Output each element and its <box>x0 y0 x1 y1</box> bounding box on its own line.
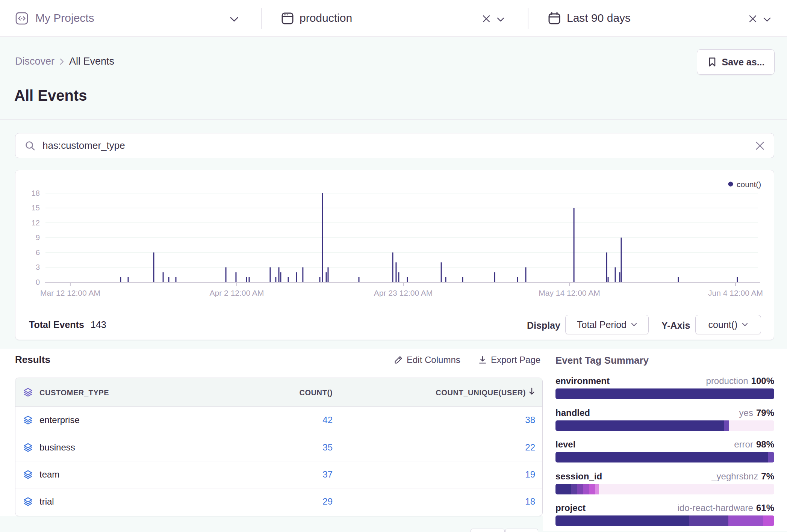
tag-group: projectido-react-hardware61% <box>555 503 774 526</box>
sort-desc-icon <box>528 387 535 396</box>
table-row: business3522 <box>15 434 542 461</box>
cell-count-unique-link[interactable]: 19 <box>525 469 535 480</box>
total-events-label: Total Events <box>29 319 84 330</box>
tag-group: session_id_yeghrsbnz7% <box>555 471 774 494</box>
chevron-right-icon <box>60 58 64 65</box>
cell-count-unique-link[interactable]: 38 <box>525 415 535 425</box>
column-count-unique[interactable]: COUNT_UNIQUE(USER) <box>436 388 535 397</box>
chevron-down-icon <box>631 323 637 326</box>
results-heading: Results <box>15 354 50 366</box>
edit-columns-label: Edit Columns <box>407 355 460 365</box>
download-icon <box>478 355 487 364</box>
events-chart-panel: 0369121518Mar 12 12:00 AMApr 2 12:00 AMA… <box>15 170 774 340</box>
chevron-down-icon <box>742 323 748 326</box>
table-row: enterprise4238 <box>15 407 542 434</box>
export-page-button[interactable]: Export Page <box>478 355 540 365</box>
events-chart[interactable]: 0369121518Mar 12 12:00 AMApr 2 12:00 AMA… <box>15 170 773 307</box>
chevron-down-icon[interactable] <box>763 17 771 23</box>
results-table-body: enterprise4238business3522team3719trial2… <box>15 407 542 515</box>
previous-page-button[interactable] <box>471 529 505 532</box>
divider <box>528 8 528 29</box>
breadcrumb: Discover All Events <box>15 56 114 67</box>
stack-icon[interactable] <box>23 387 33 399</box>
cell-customer-type: enterprise <box>39 415 80 425</box>
tag-name: level <box>555 439 575 450</box>
top-navigation-bar: My Projects production Last 90 days <box>0 0 787 37</box>
page-title: All Events <box>14 87 87 104</box>
tag-distribution-bar[interactable] <box>555 388 774 399</box>
cell-count-unique-link[interactable]: 18 <box>525 496 535 507</box>
tag-top-percent: 61% <box>756 503 774 513</box>
column-count[interactable]: COUNT() <box>299 388 333 397</box>
yaxis-label: Y-Axis <box>661 320 690 331</box>
tag-name: project <box>555 503 586 513</box>
export-page-label: Export Page <box>491 355 540 365</box>
calendar-icon <box>548 12 561 27</box>
tag-top-percent: 7% <box>761 471 774 481</box>
chart-footer: Total Events 143 Display Total Period Y-… <box>15 308 774 340</box>
tag-distribution-bar[interactable] <box>555 420 774 431</box>
clear-environment-icon[interactable] <box>482 15 490 24</box>
table-row: team3719 <box>15 461 542 488</box>
cell-count-link[interactable]: 35 <box>322 442 333 453</box>
tag-name: handled <box>555 408 590 418</box>
cell-customer-type: business <box>39 442 75 453</box>
svg-text:Apr 2 12:00 AM: Apr 2 12:00 AM <box>210 289 264 297</box>
tag-top-percent: 100% <box>751 376 774 386</box>
stack-icon <box>23 470 33 481</box>
svg-text:May 14 12:00 AM: May 14 12:00 AM <box>539 289 600 297</box>
svg-text:18: 18 <box>32 189 40 197</box>
save-as-button[interactable]: Save as... <box>697 49 775 75</box>
column-customer-type[interactable]: CUSTOMER_TYPE <box>39 388 109 397</box>
stack-icon <box>23 497 33 508</box>
search-icon <box>24 140 36 151</box>
tag-group: environmentproduction100% <box>555 376 774 399</box>
cell-count-link[interactable]: 42 <box>322 415 333 425</box>
display-value: Total Period <box>577 319 627 330</box>
tag-group: handledyes79% <box>555 408 774 431</box>
table-row: trial2918 <box>15 488 542 515</box>
breadcrumb-discover-link[interactable]: Discover <box>15 56 54 67</box>
total-events-value: 143 <box>91 319 106 330</box>
svg-text:12: 12 <box>32 219 40 227</box>
project-selector[interactable]: My Projects <box>35 12 94 24</box>
tag-distribution-bar[interactable] <box>555 452 774 462</box>
clear-date-range-icon[interactable] <box>749 15 757 24</box>
tag-group: levelerror98% <box>555 439 774 462</box>
svg-text:9: 9 <box>36 233 40 242</box>
edit-columns-button[interactable]: Edit Columns <box>394 355 460 365</box>
cell-count-unique-link[interactable]: 22 <box>525 442 535 453</box>
display-dropdown[interactable]: Total Period <box>565 315 649 334</box>
display-label: Display <box>527 320 560 331</box>
column-count-unique-label: COUNT_UNIQUE(USER) <box>436 388 526 397</box>
date-range-selector[interactable]: Last 90 days <box>567 12 631 24</box>
tag-top-percent: 79% <box>756 408 774 418</box>
svg-text:6: 6 <box>36 248 40 257</box>
tag-name: environment <box>555 376 610 386</box>
tag-distribution-bar[interactable] <box>555 484 774 494</box>
pencil-icon <box>394 355 403 364</box>
chevron-down-icon[interactable] <box>497 17 504 23</box>
tag-distribution-bar[interactable] <box>555 515 774 526</box>
environment-selector[interactable]: production <box>300 12 352 24</box>
yaxis-dropdown[interactable]: count() <box>695 315 761 334</box>
clear-search-icon[interactable] <box>755 141 765 151</box>
save-as-label: Save as... <box>722 57 765 68</box>
search-bar[interactable]: has:customer_type <box>15 133 774 158</box>
stack-icon <box>23 415 33 427</box>
search-input[interactable]: has:customer_type <box>42 140 755 151</box>
cell-customer-type: team <box>39 469 59 480</box>
cell-customer-type: trial <box>39 496 54 507</box>
svg-text:15: 15 <box>32 204 40 212</box>
next-page-button[interactable] <box>505 529 538 532</box>
tag-top-value: _yeghrsbnz <box>711 471 758 481</box>
cell-count-link[interactable]: 37 <box>322 469 333 480</box>
cell-count-link[interactable]: 29 <box>322 496 333 507</box>
svg-text:Jun 4 12:00 AM: Jun 4 12:00 AM <box>708 289 763 297</box>
tag-top-value: yes <box>739 408 753 418</box>
svg-text:3: 3 <box>36 263 40 271</box>
tag-top-value: production <box>706 376 748 386</box>
chevron-down-icon[interactable] <box>230 17 238 23</box>
event-tag-summary: Event Tag Summary environmentproduction1… <box>555 355 774 366</box>
projects-icon <box>15 12 29 27</box>
